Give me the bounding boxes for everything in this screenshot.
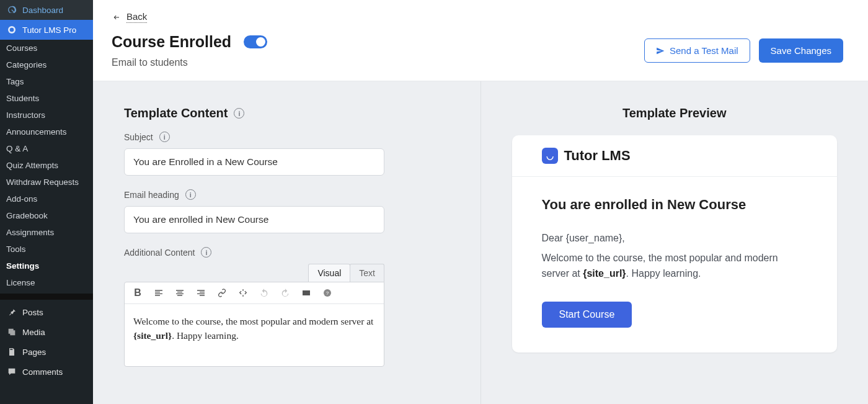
sidebar-sub-item[interactable]: Tools bbox=[0, 241, 93, 258]
page-header: Back Course Enrolled Email to students S… bbox=[93, 0, 868, 81]
help-icon[interactable]: ? bbox=[321, 286, 334, 300]
main-pane: Back Course Enrolled Email to students S… bbox=[93, 0, 868, 404]
pages-icon bbox=[6, 346, 17, 357]
button-label: Save Changes bbox=[771, 45, 831, 56]
heading-label: Email heading bbox=[124, 190, 179, 200]
comment-icon bbox=[6, 366, 17, 377]
sidebar-sub-item[interactable]: Q & A bbox=[0, 140, 93, 157]
media-icon bbox=[6, 326, 17, 338]
tutor-icon bbox=[6, 24, 17, 35]
sidebar-label: Pages bbox=[22, 348, 46, 357]
align-right-icon[interactable] bbox=[194, 286, 208, 300]
preview-title: Template Preview bbox=[512, 106, 838, 120]
preview-card: ◡ Tutor LMS You are enrolled in New Cour… bbox=[512, 135, 838, 352]
editor-toolbar: B ? bbox=[125, 282, 384, 304]
sidebar-sub-item[interactable]: Instructors bbox=[0, 107, 93, 123]
sidebar-label: Posts bbox=[22, 308, 43, 317]
redo-icon[interactable] bbox=[278, 286, 292, 300]
save-button[interactable]: Save Changes bbox=[759, 38, 843, 63]
sidebar-item-media[interactable]: Media bbox=[0, 322, 93, 342]
sidebar-item-dashboard[interactable]: Dashboard bbox=[0, 0, 93, 20]
tab-text[interactable]: Text bbox=[350, 264, 384, 282]
sidebar-label: Tutor LMS Pro bbox=[22, 25, 76, 35]
preview-greeting: Dear {user_name}, bbox=[542, 230, 808, 246]
sidebar-sub-item[interactable]: Students bbox=[0, 90, 93, 107]
sidebar-item-tutor-lms[interactable]: Tutor LMS Pro bbox=[0, 20, 93, 40]
align-center-icon[interactable] bbox=[173, 286, 187, 300]
enable-toggle[interactable] bbox=[244, 35, 267, 48]
sidebar-sub-item[interactable]: Courses bbox=[0, 40, 93, 56]
additional-label: Additional Content bbox=[124, 248, 195, 258]
sidebar-item-posts[interactable]: Posts bbox=[0, 302, 93, 322]
sidebar-item-comments[interactable]: Comments bbox=[0, 362, 93, 382]
bold-icon[interactable]: B bbox=[131, 286, 144, 300]
preview-body: Welcome to the course, the most popular … bbox=[542, 250, 808, 282]
unlink-icon[interactable] bbox=[236, 286, 250, 300]
align-left-icon[interactable] bbox=[152, 286, 166, 300]
start-course-button[interactable]: Start Course bbox=[542, 302, 632, 328]
undo-icon[interactable] bbox=[257, 286, 271, 300]
back-link[interactable]: Back bbox=[112, 11, 147, 23]
sidebar-sub-item[interactable]: Tags bbox=[0, 73, 93, 90]
pin-icon bbox=[6, 307, 17, 318]
link-icon[interactable] bbox=[215, 286, 229, 300]
arrow-left-icon bbox=[112, 14, 122, 21]
editor-body[interactable]: Welcome to the course, the most popular … bbox=[125, 304, 384, 366]
sidebar-sub-item[interactable]: Add-ons bbox=[0, 191, 93, 207]
template-content-panel: Template Content i Subject i Email headi… bbox=[93, 81, 481, 404]
tab-visual[interactable]: Visual bbox=[308, 264, 350, 282]
info-icon[interactable]: i bbox=[201, 247, 211, 258]
sidebar-label: Dashboard bbox=[22, 6, 63, 15]
preview-heading: You are enrolled in New Course bbox=[542, 197, 808, 213]
info-icon[interactable]: i bbox=[234, 108, 244, 119]
admin-sidebar: Dashboard Tutor LMS Pro CoursesCategorie… bbox=[0, 0, 93, 404]
sidebar-sub-item[interactable]: Categories bbox=[0, 56, 93, 73]
subject-label: Subject bbox=[124, 132, 153, 142]
page-subtitle: Email to students bbox=[112, 57, 267, 68]
keyboard-icon[interactable] bbox=[299, 286, 313, 300]
info-icon[interactable]: i bbox=[159, 132, 170, 142]
sidebar-separator bbox=[0, 294, 93, 300]
sidebar-sub-item[interactable]: Assignments bbox=[0, 224, 93, 241]
preview-logo-text: Tutor LMS bbox=[564, 148, 631, 164]
paperplane-icon bbox=[656, 47, 665, 55]
dashboard-icon bbox=[6, 4, 17, 16]
button-label: Send a Test Mail bbox=[670, 45, 738, 56]
svg-point-1 bbox=[10, 28, 14, 32]
heading-input[interactable] bbox=[124, 206, 384, 233]
template-preview-panel: Template Preview ◡ Tutor LMS You are enr… bbox=[481, 81, 869, 404]
send-test-button[interactable]: Send a Test Mail bbox=[644, 38, 750, 63]
back-text: Back bbox=[126, 11, 147, 23]
section-title: Template Content bbox=[124, 106, 228, 120]
page-title: Course Enrolled bbox=[112, 33, 231, 51]
preview-logo: ◡ Tutor LMS bbox=[512, 135, 838, 177]
svg-text:?: ? bbox=[326, 290, 329, 296]
sidebar-sub-item[interactable]: License bbox=[0, 274, 93, 291]
sidebar-label: Media bbox=[22, 328, 45, 337]
sidebar-label: Comments bbox=[22, 367, 63, 377]
sidebar-sub-item[interactable]: Quiz Attempts bbox=[0, 157, 93, 174]
sidebar-item-pages[interactable]: Pages bbox=[0, 342, 93, 362]
subject-input[interactable] bbox=[124, 148, 384, 176]
sidebar-sub-item[interactable]: Gradebook bbox=[0, 207, 93, 224]
sidebar-sub-item[interactable]: Announcements bbox=[0, 123, 93, 140]
sidebar-sub-item[interactable]: Withdraw Requests bbox=[0, 174, 93, 191]
tutor-logo-icon: ◡ bbox=[542, 148, 558, 164]
rich-editor: B ? Welcome to the course, the most popu… bbox=[124, 282, 384, 367]
info-icon[interactable]: i bbox=[185, 189, 196, 200]
sidebar-sub-item[interactable]: Settings bbox=[0, 258, 93, 274]
